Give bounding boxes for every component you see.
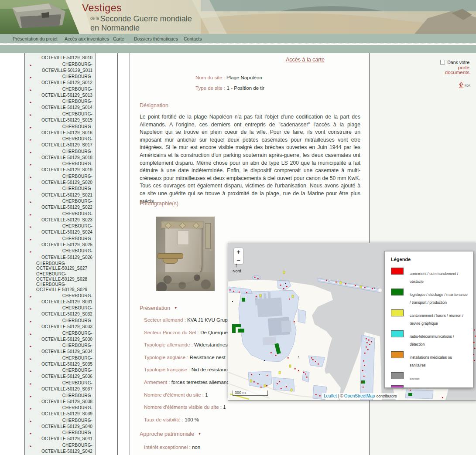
sidebar-item[interactable]: CHERBOURG-OCTEVILLE-50129_S019: [41, 161, 92, 173]
legend-row: détention: [391, 372, 468, 380]
tree-bullet-icon: [29, 99, 32, 105]
heritage-heading[interactable]: Approche patrimoniale: [140, 431, 201, 437]
nav-item-0[interactable]: Présentation du projet: [13, 36, 58, 41]
sidebar-item[interactable]: CHERBOURG-OCTEVILLE-50129_S011: [41, 61, 92, 74]
pdf-icon: [459, 82, 464, 88]
osm-link[interactable]: OpenStreetMap: [344, 394, 375, 398]
tree-bullet-icon: [29, 136, 32, 143]
legend-row: radio-télécommunications / détection: [391, 330, 468, 346]
sidebar-item[interactable]: CHERBOURG-OCTEVILLE-50129_S021: [41, 186, 92, 198]
sidebar-item[interactable]: CHERBOURG-OCTEVILLE-50129_S014: [41, 98, 92, 111]
sidebar-item[interactable]: CHERBOURG-OCTEVILLE-50129_S012: [41, 74, 92, 86]
tree-bullet-icon: [29, 236, 32, 243]
sidebar-item[interactable]: CHERBOURG-OCTEVILLE-50129_S034: [41, 343, 92, 355]
sidebar-item-label: CHERBOURG-OCTEVILLE-50129_S035: [41, 356, 92, 367]
sidebar-item[interactable]: CHERBOURG-OCTEVILLE-50129_S040: [41, 418, 92, 430]
legend-swatch: [391, 268, 404, 275]
sidebar-item[interactable]: CHERBOURG-OCTEVILLE-50129_S036: [41, 367, 92, 380]
sidebar-item[interactable]: CHERBOURG-OCTEVILLE-50129_S039: [41, 405, 92, 417]
sidebar-item[interactable]: CHERBOURG-OCTEVILLE-50129_S041: [41, 430, 92, 442]
tree-bullet-icon: [29, 62, 32, 68]
pdf-export-button[interactable]: PDF: [459, 82, 470, 90]
portfolio-checkbox[interactable]: [440, 60, 445, 65]
nav-item-1[interactable]: Accès aux inventaires: [65, 36, 109, 41]
sidebar-item-label: CHERBOURG-OCTEVILLE-50129_S023: [41, 211, 92, 222]
sidebar-item[interactable]: CHERBOURG-OCTEVILLE-50129_S037: [41, 380, 92, 392]
field-label: Nombre d'élément du site :: [144, 392, 205, 397]
collapse-arrow-icon: [170, 305, 177, 311]
site-title-line2: Seconde Guerre mondiale: [100, 14, 192, 23]
nav-item-4[interactable]: Contacts: [184, 36, 202, 41]
field-value: Widerstandnest: [194, 342, 229, 347]
tree-bullet-icon: [29, 199, 32, 205]
field-row: Intérêt exceptionnel : non: [144, 445, 200, 450]
tree-bullet-icon: [29, 405, 32, 412]
sidebar-item[interactable]: CHERBOURG-OCTEVILLE-50129_S023: [41, 211, 92, 223]
sidebar-item[interactable]: CHERBOURG-OCTEVILLE-50129_S016: [41, 124, 92, 136]
field-label: Armement :: [144, 380, 171, 385]
tree-bullet-icon: [29, 112, 32, 118]
sidebar-item[interactable]: CHERBOURG-OCTEVILLE-50129_S031: [41, 293, 92, 305]
sidebar-item[interactable]: CHERBOURG-OCTEVILLE-50129_S022: [41, 198, 92, 211]
sidebar-site-list: OCTEVILLE-50129_S010CHERBOURG-OCTEVILLE-…: [24, 53, 96, 455]
map-access-link[interactable]: Accès à la carte: [286, 57, 325, 63]
sidebar-item[interactable]: CHERBOURG-OCTEVILLE-50129_S035: [41, 355, 92, 367]
sidebar-item[interactable]: CHERBOURG-OCTEVILLE-50129_S042: [41, 442, 92, 455]
map-attribution: Leaflet| ©OpenStreetMapcontributors: [322, 393, 398, 399]
field-row: Nom du site : Plage Napoléon: [195, 75, 264, 80]
sidebar-item[interactable]: CHERBOURG-OCTEVILLE-50129_S038: [41, 393, 92, 405]
sidebar-item-label: CHERBOURG-OCTEVILLE-50129_S037: [41, 380, 92, 391]
leaflet-map[interactable]: + − Nord 300 m Leaflet| ©OpenStreetMapco…: [228, 243, 476, 401]
tree-bullet-icon: [29, 331, 32, 337]
sidebar-item-label: CHERBOURG-OCTEVILLE-50129_S012: [41, 74, 92, 85]
field-label: Intérêt exceptionnel :: [144, 445, 192, 450]
sidebar-item[interactable]: CHERBOURG-OCTEVILLE-50129_S015: [41, 111, 92, 123]
nav-item-2[interactable]: Carte: [113, 36, 124, 41]
sidebar-item[interactable]: CHERBOURG-OCTEVILLE-50129_S024: [41, 223, 92, 235]
tree-bullet-icon: [29, 149, 32, 156]
sidebar-item[interactable]: CHERBOURG-OCTEVILLE-50129_S030: [41, 330, 92, 343]
photo-plate: [178, 231, 189, 244]
sidebar-item-label: CHERBOURG-OCTEVILLE-50129_S032: [41, 306, 92, 316]
site-title-line3: en Normandie: [90, 24, 140, 32]
tree-bullet-icon: [29, 248, 32, 255]
map-legend: Légende armement / commandement / obstac…: [384, 251, 473, 388]
sidebar-item[interactable]: CHERBOURG-OCTEVILLE-50129_S017: [41, 136, 92, 148]
sidebar-item-label: CHERBOURG-OCTEVILLE-50129_S016: [41, 124, 92, 135]
site-photo[interactable]: [156, 217, 215, 291]
sidebar-item[interactable]: CHERBOURG-OCTEVILLE-50129_S029: [36, 282, 89, 292]
legend-row: cantonnement / loisirs / réunion / œuvre…: [391, 309, 468, 325]
field-label: Secteur allemand :: [144, 317, 187, 323]
banner-photo: [0, 0, 476, 34]
sidebar-item[interactable]: CHERBOURG-OCTEVILLE-50129_S013: [41, 86, 92, 98]
sidebar-item[interactable]: CHERBOURG-OCTEVILLE-50129_S025: [41, 236, 92, 248]
sidebar-item-label: CHERBOURG-OCTEVILLE-50129_S011: [42, 62, 92, 73]
nav-item-3[interactable]: Dossiers thématiques: [134, 36, 178, 41]
leaflet-link[interactable]: Leaflet: [324, 394, 337, 398]
sidebar-item[interactable]: OCTEVILLE-50129_S010: [41, 55, 92, 61]
sidebar-item-label: CHERBOURG-OCTEVILLE-50129_S013: [41, 87, 92, 98]
sidebar-item[interactable]: CHERBOURG-OCTEVILLE-50129_S028: [36, 272, 89, 282]
presentation-heading[interactable]: Présentation: [140, 305, 177, 311]
sidebar-item[interactable]: CHERBOURG-OCTEVILLE-50129_S027: [36, 261, 89, 271]
sidebar-item[interactable]: CHERBOURG-OCTEVILLE-50129_S020: [41, 173, 92, 186]
legend-title: Légende: [391, 257, 468, 262]
sidebar-item[interactable]: CHERBOURG-OCTEVILLE-50129_S033: [41, 318, 92, 330]
sidebar-item-label: CHERBOURG-OCTEVILLE-50129_S022: [41, 199, 92, 210]
map-zoom-in-button[interactable]: +: [234, 248, 243, 256]
sidebar-item-label: CHERBOURG-OCTEVILLE-50129_S017: [41, 136, 92, 147]
sidebar-item[interactable]: CHERBOURG-OCTEVILLE-50129_S032: [41, 305, 92, 317]
legend-row: défense passive / abri civils: [391, 385, 468, 388]
sidebar-item-label: CHERBOURG-OCTEVILLE-50129_S031: [41, 293, 92, 304]
legend-swatch: [391, 330, 404, 337]
sidebar-item-label: CHERBOURG-OCTEVILLE-50129_S021: [41, 186, 92, 197]
field-value: forces terrestres allemandes: [171, 380, 235, 385]
photo-handle: [163, 258, 178, 264]
field-value: Plage Napoléon: [226, 75, 262, 80]
sidebar-item[interactable]: CHERBOURG-OCTEVILLE-50129_S018: [41, 149, 92, 161]
sidebar-item-label: CHERBOURG-OCTEVILLE-50129_S038: [41, 393, 92, 404]
field-value: Resistance nest: [190, 355, 226, 360]
sidebar-item[interactable]: CHERBOURG-OCTEVILLE-50129_S026: [41, 248, 92, 260]
column-divider: [117, 53, 118, 455]
north-indicator: Nord: [233, 261, 246, 273]
